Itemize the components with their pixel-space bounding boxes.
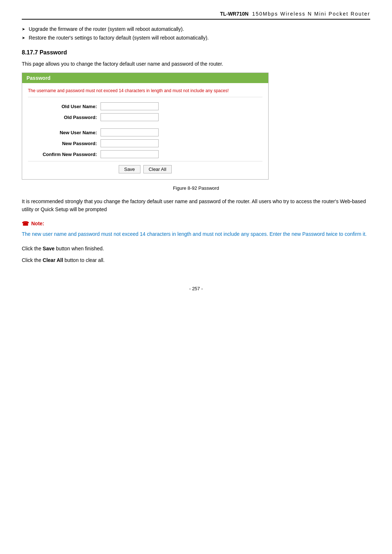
new-user-name-group: New User Name: — [28, 128, 262, 136]
new-password-group: New Password: — [28, 139, 262, 147]
old-password-input[interactable] — [101, 113, 159, 121]
confirm-new-password-group: Confirm New Password: — [28, 150, 262, 158]
note-section: ☎ Note: The new user name and password m… — [22, 220, 370, 239]
product-title: 150Mbps Wireless N Mini Pocket Router — [252, 11, 370, 17]
bullet-list: Upgrade the firmware of the router (syst… — [22, 26, 370, 41]
clear-all-button[interactable]: Clear All — [143, 165, 172, 173]
figure-caption: Figure 8-92 Password — [22, 185, 370, 191]
model-name: TL-WR710N — [220, 11, 249, 17]
form-box-header: Password — [22, 73, 268, 83]
instruction-clear: Click the Clear All button to clear all. — [22, 256, 370, 264]
old-user-name-label: Old User Name: — [28, 104, 101, 109]
save-bold: Save — [43, 246, 55, 251]
list-item: Upgrade the firmware of the router (syst… — [22, 26, 370, 32]
list-item: Restore the router's settings to factory… — [22, 35, 370, 41]
page-number: - 257 - — [22, 286, 370, 291]
confirm-new-password-label: Confirm New Password: — [28, 152, 101, 157]
new-password-input[interactable] — [101, 139, 159, 147]
confirm-new-password-input[interactable] — [101, 150, 159, 158]
body-text: It is recommended strongly that you chan… — [22, 197, 370, 214]
old-user-name-input[interactable] — [101, 102, 159, 110]
new-user-name-input[interactable] — [101, 128, 159, 136]
instruction-save: Click the Save button when finished. — [22, 245, 370, 253]
new-password-label: New Password: — [28, 141, 101, 146]
section-title: 8.17.7 Password — [22, 49, 370, 56]
page-header: TL-WR710N 150Mbps Wireless N Mini Pocket… — [22, 11, 370, 20]
old-user-name-group: Old User Name: — [28, 102, 262, 110]
new-user-name-label: New User Name: — [28, 130, 101, 135]
save-button[interactable]: Save — [119, 165, 140, 173]
note-text: The new user name and password must not … — [22, 230, 370, 239]
form-box-body: The username and password must not excee… — [22, 83, 268, 179]
note-icon: ☎ — [22, 220, 29, 227]
note-label: ☎ Note: — [22, 220, 370, 227]
section-description: This page allows you to change the facto… — [22, 61, 370, 67]
password-form-box: Password The username and password must … — [22, 73, 269, 180]
old-password-group: Old Password: — [28, 113, 262, 121]
old-password-label: Old Password: — [28, 115, 101, 120]
clear-bold: Clear All — [43, 257, 63, 263]
form-warning: The username and password must not excee… — [28, 88, 262, 97]
form-actions: Save Clear All — [28, 161, 262, 176]
